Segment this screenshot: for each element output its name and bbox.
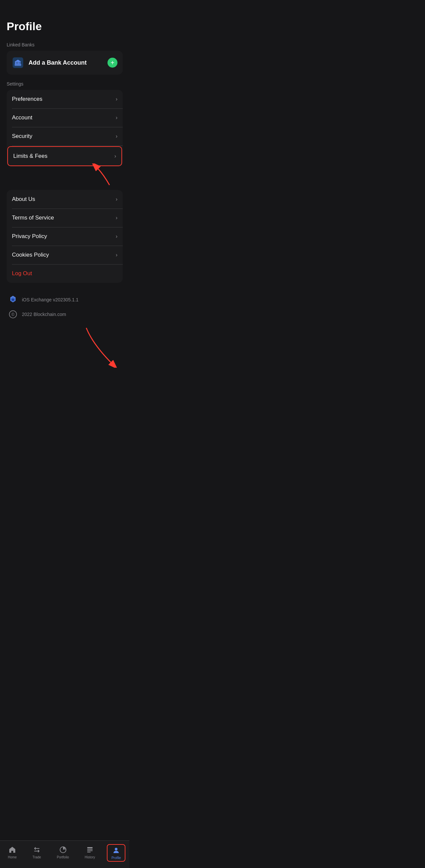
account-label: Account — [12, 114, 32, 121]
linked-banks-label: Linked Banks — [7, 42, 123, 48]
bank-icon — [12, 57, 24, 69]
terms-chevron: › — [116, 215, 117, 221]
security-label: Security — [12, 133, 32, 140]
logout-label: Log Out — [12, 270, 32, 277]
settings-label: Settings — [7, 81, 123, 87]
settings-card: Preferences › Account › Security › Limit… — [7, 90, 123, 167]
preferences-chevron: › — [116, 96, 117, 102]
copyright-text: 2022 Blockchain.com — [22, 312, 66, 317]
logout-item[interactable]: Log Out — [7, 264, 123, 283]
security-chevron: › — [116, 133, 117, 139]
add-bank-plus-icon[interactable]: + — [108, 58, 117, 68]
cookies-label: Cookies Policy — [12, 252, 49, 258]
about-us-chevron: › — [116, 196, 117, 202]
app-version-row: iOS Exchange v202305.1.1 — [8, 295, 121, 305]
privacy-item[interactable]: Privacy Policy › — [7, 227, 123, 246]
svg-rect-3 — [15, 62, 16, 64]
add-bank-label: Add a Bank Account — [29, 59, 103, 66]
version-section: iOS Exchange v202305.1.1 © 2022 Blockcha… — [7, 289, 123, 324]
terms-item[interactable]: Terms of Service › — [7, 209, 123, 227]
svg-rect-2 — [15, 65, 21, 66]
add-bank-button[interactable]: Add a Bank Account + — [7, 51, 123, 74]
privacy-label: Privacy Policy — [12, 233, 47, 240]
arrow-annotation-up — [86, 163, 113, 187]
privacy-chevron: › — [116, 234, 117, 239]
svg-text:©: © — [11, 312, 15, 317]
svg-rect-6 — [20, 62, 21, 64]
page-content: Profile Linked Banks Add — [0, 0, 130, 398]
cookies-chevron: › — [116, 252, 117, 258]
limits-fees-label: Limits & Fees — [13, 153, 48, 159]
page-title: Profile — [7, 20, 123, 33]
copyright-icon: © — [8, 309, 18, 319]
preferences-item[interactable]: Preferences › — [7, 90, 123, 108]
limits-fees-chevron: › — [114, 153, 116, 159]
copyright-row: © 2022 Blockchain.com — [8, 309, 121, 319]
annotation-area — [7, 174, 123, 190]
svg-rect-5 — [18, 62, 19, 64]
about-us-item[interactable]: About Us › — [7, 190, 123, 209]
info-card: About Us › Terms of Service › Privacy Po… — [7, 190, 123, 283]
cookies-item[interactable]: Cookies Policy › — [7, 246, 123, 264]
account-chevron: › — [116, 115, 117, 121]
app-version-text: iOS Exchange v202305.1.1 — [22, 297, 78, 302]
limits-fees-item[interactable]: Limits & Fees › — [7, 146, 122, 166]
linked-banks-card: Add a Bank Account + — [7, 51, 123, 74]
security-item[interactable]: Security › — [7, 127, 123, 146]
arrow-annotation-down — [80, 324, 119, 368]
preferences-label: Preferences — [12, 96, 42, 102]
blockchain-icon — [8, 295, 18, 305]
svg-rect-4 — [17, 62, 18, 64]
account-item[interactable]: Account › — [7, 108, 123, 127]
about-us-label: About Us — [12, 196, 35, 203]
annotation-arrow-down-area — [7, 324, 123, 364]
terms-label: Terms of Service — [12, 215, 54, 221]
